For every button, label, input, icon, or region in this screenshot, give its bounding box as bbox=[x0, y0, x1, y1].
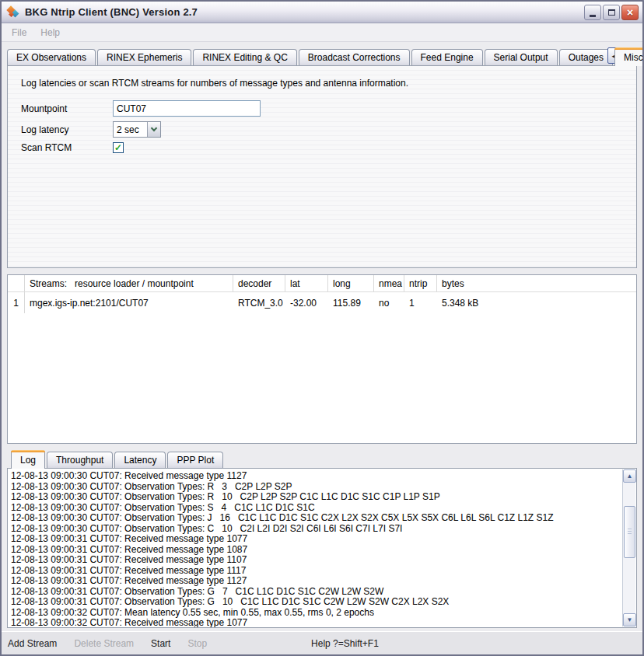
window-title: BKG Ntrip Client (BNC) Version 2.7 bbox=[25, 6, 198, 18]
cell-mountpoint: mgex.igs-ip.net:2101/CUT07 bbox=[25, 292, 233, 313]
scan-rtcm-checkbox[interactable]: ✓ bbox=[113, 142, 124, 153]
menu-file[interactable]: File bbox=[5, 25, 33, 40]
tab-feed-engine[interactable]: Feed Engine bbox=[411, 49, 483, 65]
tab-latency[interactable]: Latency bbox=[114, 452, 166, 468]
tab-throughput[interactable]: Throughput bbox=[47, 452, 113, 468]
tab-ppp-plot[interactable]: PPP Plot bbox=[167, 452, 223, 468]
row-number: 1 bbox=[8, 292, 25, 313]
miscellaneous-panel: Log latencies or scan RTCM streams for n… bbox=[7, 65, 637, 268]
mountpoint-input[interactable] bbox=[113, 100, 261, 117]
maximize-icon bbox=[608, 9, 615, 16]
bottom-toolbar: Add Stream Delete Stream Start Stop Help… bbox=[2, 631, 642, 654]
close-button[interactable]: × bbox=[621, 5, 639, 20]
start-button[interactable]: Start bbox=[151, 638, 170, 649]
log-line: 12-08-13 09:00:30 CUT07: Observation Typ… bbox=[11, 492, 619, 503]
tab-serial-output[interactable]: Serial Output bbox=[485, 49, 558, 65]
scroll-up-icon: ▲ bbox=[627, 473, 633, 480]
log-line: 12-08-13 09:00:31 CUT07: Received messag… bbox=[11, 534, 619, 545]
tab-log[interactable]: Log bbox=[11, 450, 45, 469]
log-line: 12-08-13 09:00:32 CUT07: Mean latency 0.… bbox=[11, 608, 619, 619]
log-line: 12-08-13 09:00:32 CUT07: Received messag… bbox=[11, 618, 619, 628]
col-streams: Streams: resource loader / mountpoint bbox=[25, 275, 233, 291]
table-row[interactable]: 1 mgex.igs-ip.net:2101/CUT07 RTCM_3.0 -3… bbox=[8, 292, 636, 313]
panel-description: Log latencies or scan RTCM streams for n… bbox=[21, 78, 636, 89]
bnc-window: BKG Ntrip Client (BNC) Version 2.7 × Fil… bbox=[0, 0, 644, 656]
log-line: 12-08-13 09:00:31 CUT07: Observation Typ… bbox=[11, 597, 619, 608]
log-latency-value: 2 sec bbox=[114, 124, 147, 135]
log-line: 12-08-13 09:00:31 CUT07: Received messag… bbox=[11, 545, 619, 556]
maximize-button[interactable] bbox=[603, 5, 620, 20]
cell-lat: -32.00 bbox=[285, 292, 328, 313]
combo-dropdown-button[interactable] bbox=[147, 122, 160, 137]
tab-broadcast-corrections[interactable]: Broadcast Corrections bbox=[299, 49, 410, 65]
tab-rinex-observations[interactable]: EX Observations bbox=[7, 49, 96, 65]
col-long: long bbox=[328, 275, 374, 291]
delete-stream-button[interactable]: Delete Stream bbox=[74, 638, 134, 649]
menubar: File Help bbox=[2, 23, 642, 42]
log-tabstrip: Log Throughput Latency PPP Plot bbox=[2, 444, 642, 468]
close-icon: × bbox=[627, 7, 633, 18]
titlebar[interactable]: BKG Ntrip Client (BNC) Version 2.7 × bbox=[2, 2, 642, 23]
chevron-down-icon bbox=[151, 125, 157, 131]
streams-table-header: Streams: resource loader / mountpoint de… bbox=[8, 275, 636, 292]
col-rownum bbox=[8, 275, 25, 291]
main-tabstrip: EX Observations RINEX Ephemeris RINEX Ed… bbox=[2, 42, 642, 65]
cell-long: 115.89 bbox=[328, 292, 374, 313]
tab-outages[interactable]: Outages bbox=[559, 49, 613, 65]
stop-button[interactable]: Stop bbox=[187, 638, 207, 649]
log-line: 12-08-13 09:00:31 CUT07: Observation Typ… bbox=[11, 587, 619, 598]
log-line: 12-08-13 09:00:30 CUT07: Observation Typ… bbox=[11, 524, 619, 535]
log-line: 12-08-13 09:00:31 CUT07: Received messag… bbox=[11, 555, 619, 566]
log-latency-label: Log latency bbox=[21, 124, 113, 135]
log-line: 12-08-13 09:00:30 CUT07: Observation Typ… bbox=[11, 503, 619, 514]
mountpoint-label: Mountpoint bbox=[21, 103, 113, 114]
scroll-up-button[interactable]: ▲ bbox=[623, 469, 636, 483]
scan-rtcm-label: Scan RTCM bbox=[21, 142, 113, 153]
streams-table: Streams: resource loader / mountpoint de… bbox=[7, 274, 637, 444]
log-latency-select[interactable]: 2 sec bbox=[113, 121, 161, 138]
tab-miscellaneous[interactable]: Miscellaneous bbox=[614, 47, 644, 66]
add-stream-button[interactable]: Add Stream bbox=[8, 638, 57, 649]
log-line: 12-08-13 09:00:31 CUT07: Received messag… bbox=[11, 566, 619, 577]
log-line: 12-08-13 09:00:30 CUT07: Observation Typ… bbox=[11, 513, 619, 524]
col-ntrip: ntrip bbox=[404, 275, 437, 291]
log-line: 12-08-13 09:00:31 CUT07: Received messag… bbox=[11, 576, 619, 587]
help-shortcut-label: Help ?=Shift+F1 bbox=[311, 638, 379, 649]
menu-help[interactable]: Help bbox=[33, 25, 67, 40]
minimize-icon bbox=[590, 15, 596, 17]
minimize-button[interactable] bbox=[584, 5, 601, 20]
col-nmea: nmea bbox=[374, 275, 404, 291]
log-panel: 12-08-13 09:00:30 CUT07: Received messag… bbox=[7, 468, 637, 628]
col-bytes: bytes bbox=[437, 275, 636, 291]
cell-nmea: no bbox=[374, 292, 404, 313]
col-decoder: decoder bbox=[233, 275, 285, 291]
cell-ntrip: 1 bbox=[404, 292, 437, 313]
scroll-down-button[interactable]: ▼ bbox=[623, 613, 636, 626]
scrollbar-thumb[interactable] bbox=[624, 506, 635, 558]
log-line: 12-08-13 09:00:30 CUT07: Observation Typ… bbox=[11, 482, 619, 493]
log-line: 12-08-13 09:00:30 CUT07: Received messag… bbox=[11, 471, 619, 482]
tab-rinex-editing-qc[interactable]: RINEX Editing & QC bbox=[193, 49, 296, 65]
cell-bytes: 5.348 kB bbox=[437, 292, 636, 313]
checkmark-icon: ✓ bbox=[114, 143, 122, 152]
tab-rinex-ephemeris[interactable]: RINEX Ephemeris bbox=[97, 49, 191, 65]
log-output: 12-08-13 09:00:30 CUT07: Received messag… bbox=[8, 469, 636, 628]
bnc-app-icon bbox=[7, 6, 20, 19]
cell-decoder: RTCM_3.0 bbox=[233, 292, 285, 313]
log-scrollbar[interactable]: ▲ ▼ bbox=[622, 469, 635, 626]
scroll-down-icon: ▼ bbox=[627, 616, 633, 623]
col-lat: lat bbox=[285, 275, 328, 291]
